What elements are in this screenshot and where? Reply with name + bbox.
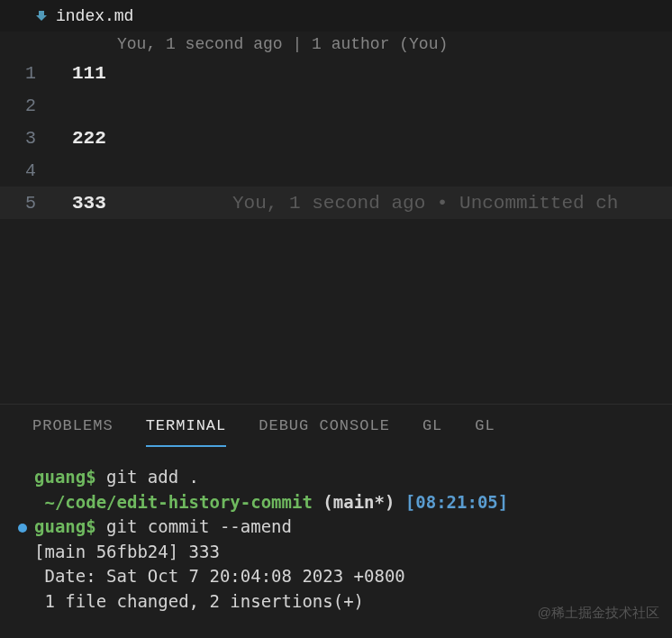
terminal-output: Date: Sat Oct 7 20:04:08 2023 +0800 (34, 564, 405, 589)
editor-area: index.md You, 1 second ago | 1 author (Y… (0, 0, 672, 404)
terminal-command: git commit --amend (106, 516, 292, 536)
inline-blame: You, 1 second ago • Uncommitted ch (232, 193, 618, 214)
blame-header: You, 1 second ago | 1 author (You) (0, 32, 672, 57)
prompt-user: guang (34, 516, 86, 536)
code-line[interactable]: 2 (0, 89, 672, 122)
line-number: 3 (0, 128, 72, 149)
watermark: @稀土掘金技术社区 (538, 605, 659, 622)
prompt-bullet-icon (18, 524, 27, 533)
terminal-line: guang$ git add . (18, 465, 654, 490)
prompt-path: ~/code/edit-history-commit (44, 492, 312, 512)
tab-bar: index.md (0, 0, 672, 32)
prompt-branch: (main*) (313, 492, 405, 512)
line-content: 333 (72, 193, 106, 214)
line-number: 4 (0, 160, 72, 181)
file-tab-label: index.md (56, 7, 133, 25)
tab-problems[interactable]: PROBLEMS (32, 417, 114, 447)
tab-gl[interactable]: GL (422, 417, 442, 447)
tab-gl[interactable]: GL (475, 417, 495, 447)
line-number: 1 (0, 63, 72, 84)
tab-debug-console[interactable]: DEBUG CONSOLE (259, 417, 390, 447)
code-line[interactable]: 5 333 You, 1 second ago • Uncommitted ch (0, 187, 672, 219)
terminal-output: 1 file changed, 2 insertions(+) (34, 589, 364, 615)
terminal-line: ~/code/edit-history-commit (main*) [08:2… (18, 490, 654, 515)
terminal-line: guang$ git commit --amend (18, 515, 654, 540)
line-content: 222 (72, 128, 106, 149)
terminal-output: [main 56fbb24] 333 (34, 540, 220, 565)
line-number: 2 (0, 96, 72, 116)
code-line[interactable]: 4 (0, 154, 672, 187)
terminal-line: [main 56fbb24] 333 (18, 540, 654, 565)
panel-tabs: PROBLEMS TERMINAL DEBUG CONSOLE GL GL (0, 405, 672, 447)
bottom-panel: PROBLEMS TERMINAL DEBUG CONSOLE GL GL gu… (0, 404, 672, 638)
terminal-content[interactable]: guang$ git add . ~/code/edit-history-com… (0, 447, 672, 614)
code-lines[interactable]: 1 111 2 3 222 4 5 333 You, 1 second ago … (0, 57, 672, 219)
prompt-user: guang (34, 467, 86, 487)
terminal-line: Date: Sat Oct 7 20:04:08 2023 +0800 (18, 564, 654, 589)
file-tab[interactable]: index.md (34, 7, 133, 25)
code-line[interactable]: 3 222 (0, 122, 672, 154)
line-number: 5 (0, 193, 72, 214)
line-content: 111 (72, 63, 106, 84)
tab-terminal[interactable]: TERMINAL (146, 417, 227, 447)
markdown-file-icon (34, 9, 49, 23)
code-line[interactable]: 1 111 (0, 57, 672, 89)
terminal-command: git add . (106, 467, 199, 487)
prompt-time: [08:21:05] (405, 492, 508, 512)
